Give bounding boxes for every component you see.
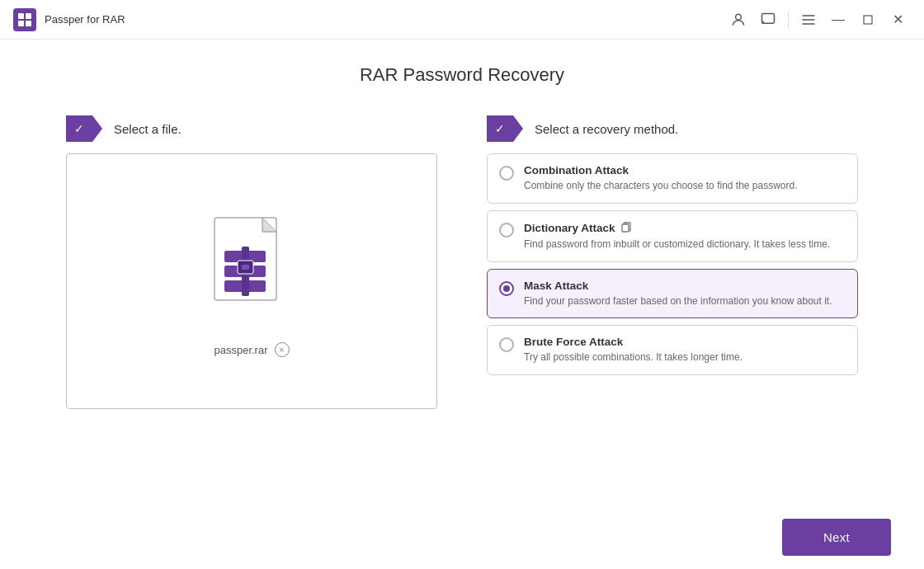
user-icon-btn[interactable] (725, 7, 752, 33)
bottom-bar: Next (0, 506, 924, 569)
title-bar-controls: — ✕ (725, 7, 911, 33)
file-name: passper.rar (214, 344, 267, 356)
svg-rect-0 (18, 13, 24, 19)
method-desc-combination: Combine only the characters you choose t… (524, 179, 846, 193)
select-file-header: ✓ Select a file. (66, 115, 437, 142)
svg-rect-9 (864, 16, 872, 24)
step-badge-method: ✓ (487, 115, 513, 142)
app-title: Passper for RAR (45, 13, 125, 26)
svg-point-4 (736, 14, 742, 20)
check-icon-method: ✓ (495, 122, 505, 135)
method-name-dictionary: Dictionary Attack (524, 221, 846, 235)
method-text-bruteforce: Brute Force Attack Try all possible comb… (524, 336, 846, 364)
method-name-bruteforce: Brute Force Attack (524, 336, 846, 348)
method-text-combination: Combination Attack Combine only the char… (524, 164, 846, 193)
svg-rect-19 (622, 224, 629, 232)
file-drop-area[interactable]: passper.rar × (66, 153, 437, 409)
app-logo (13, 8, 36, 31)
radio-mask[interactable] (499, 281, 514, 296)
svg-rect-3 (26, 21, 31, 26)
close-btn[interactable]: ✕ (884, 7, 911, 33)
select-file-label: Select a file. (114, 122, 182, 136)
check-icon-file: ✓ (74, 122, 84, 135)
svg-rect-18 (242, 265, 249, 270)
method-card-mask[interactable]: Mask Attack Find your password faster ba… (487, 269, 858, 319)
columns: ✓ Select a file. (66, 115, 858, 409)
svg-rect-1 (26, 13, 31, 19)
dictionary-copy-icon (620, 221, 632, 235)
rar-file-icon (206, 214, 297, 329)
divider (788, 12, 789, 28)
method-desc-dictionary: Find password from inbuilt or customized… (524, 237, 846, 252)
method-desc-mask: Find your password faster based on the i… (524, 294, 846, 308)
right-column: ✓ Select a recovery method. Combination … (487, 115, 858, 409)
select-method-header: ✓ Select a recovery method. (487, 115, 858, 142)
method-name-combination: Combination Attack (524, 164, 846, 176)
minimize-btn[interactable]: — (825, 7, 851, 33)
remove-file-btn[interactable]: × (275, 342, 290, 357)
file-name-row: passper.rar × (214, 342, 289, 357)
left-column: ✓ Select a file. (66, 115, 437, 409)
page-title: RAR Password Recovery (360, 64, 564, 86)
step-badge-file: ✓ (66, 115, 92, 142)
select-method-label: Select a recovery method. (535, 122, 678, 136)
method-name-mask: Mask Attack (524, 280, 846, 292)
maximize-btn[interactable] (855, 7, 881, 33)
method-desc-bruteforce: Try all possible combinations. It takes … (524, 350, 846, 364)
method-text-dictionary: Dictionary Attack Find password from inb… (524, 221, 846, 252)
next-button[interactable]: Next (782, 519, 891, 556)
title-bar: Passper for RAR — (0, 0, 924, 40)
main-content: RAR Password Recovery ✓ Select a file. (0, 40, 924, 506)
rar-icon-container (206, 214, 297, 329)
svg-rect-2 (18, 21, 24, 26)
chat-icon-btn[interactable] (755, 7, 781, 33)
menu-icon-btn[interactable] (795, 7, 822, 33)
method-cards: Combination Attack Combine only the char… (487, 153, 858, 375)
title-bar-left: Passper for RAR (13, 8, 125, 31)
radio-dictionary[interactable] (499, 223, 514, 237)
method-card-combination[interactable]: Combination Attack Combine only the char… (487, 153, 858, 204)
method-text-mask: Mask Attack Find your password faster ba… (524, 280, 846, 308)
radio-combination[interactable] (499, 166, 514, 181)
radio-bruteforce[interactable] (499, 337, 514, 352)
method-card-dictionary[interactable]: Dictionary Attack Find password from inb… (487, 210, 858, 262)
method-card-bruteforce[interactable]: Brute Force Attack Try all possible comb… (487, 325, 858, 375)
